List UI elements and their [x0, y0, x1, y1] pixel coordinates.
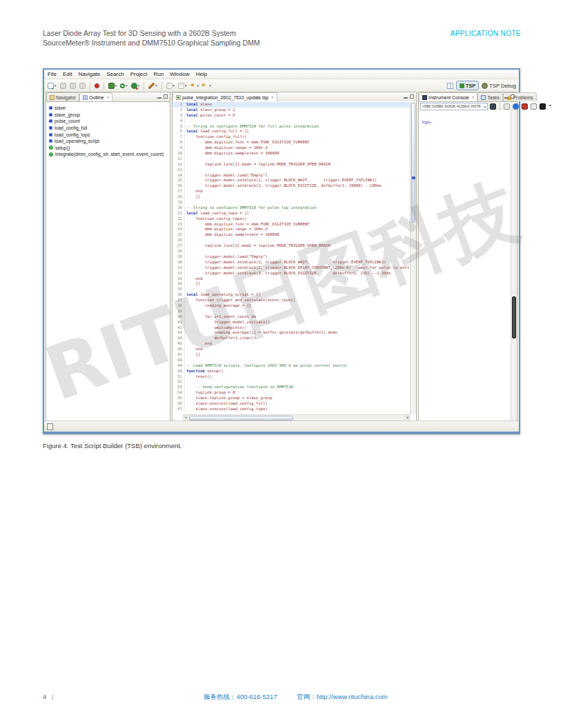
line-number: 31: [172, 265, 185, 271]
outline-item[interactable]: load_config_tops: [49, 131, 168, 138]
menu-run[interactable]: Run: [154, 71, 164, 77]
instrument-address-select[interactable]: USB0::0x05E6::0x2636::4129910::INSTR ▾: [420, 103, 488, 110]
footer-website-link[interactable]: 官网：http://www.rituchina.com: [297, 693, 387, 700]
connect-button[interactable]: ▾: [148, 82, 158, 90]
chevron-down-icon[interactable]: ▾: [155, 83, 157, 89]
scrollbar-thumb[interactable]: [189, 416, 293, 421]
save-all-button[interactable]: [69, 82, 77, 90]
menu-project[interactable]: Project: [130, 71, 148, 77]
profile-button[interactable]: ▾: [130, 82, 141, 90]
code-line: 53 -- Send configuration functions to DM…: [172, 385, 411, 390]
editor-horizontal-scrollbar[interactable]: ◂ ▸: [183, 414, 411, 421]
tab-instrument-console[interactable]: Instrument Console ×: [419, 92, 477, 101]
code-line: 45 end: [172, 341, 411, 347]
forward-button[interactable]: ▾: [201, 82, 212, 90]
chevron-down-icon[interactable]: ▾: [115, 83, 117, 89]
tsp-perspective-button[interactable]: TSP: [456, 81, 480, 90]
outline-item[interactable]: slave_group: [49, 112, 168, 119]
abort-button[interactable]: [521, 103, 529, 110]
scroll-right-icon[interactable]: ▸: [405, 415, 411, 420]
scroll-left-icon[interactable]: ◂: [183, 415, 188, 420]
chevron-down-icon[interactable]: ▾: [126, 83, 128, 89]
new-button[interactable]: ▾: [47, 82, 57, 90]
minimize-icon[interactable]: [404, 97, 408, 99]
close-icon[interactable]: ×: [107, 95, 110, 99]
menu-edit[interactable]: Edit: [63, 71, 72, 77]
scrollbar-thumb[interactable]: [512, 296, 516, 338]
outline-tree[interactable]: slaveslave_grouppulse_countload_config_f…: [46, 102, 170, 158]
dark-console-icon: [540, 103, 546, 110]
dark-console-button[interactable]: [539, 103, 546, 110]
main-toolbar: ▾▾▾▾▾▾▾▾▾ TSP TSP Debug: [44, 79, 519, 93]
tsp-perspective-label: TSP: [466, 83, 476, 89]
menu-file[interactable]: File: [48, 71, 57, 77]
code-line: 27 tsplink.line[1].mode = tsplink.MODE_T…: [172, 243, 411, 249]
toolbar-separator: [500, 103, 500, 111]
code-text: -- String to configure DMM7510 for pulse…: [185, 205, 411, 211]
tab-navigator[interactable]: Navigator: [46, 92, 79, 101]
record-button[interactable]: [94, 83, 100, 89]
close-icon[interactable]: ×: [271, 95, 274, 99]
debug-button[interactable]: ▾: [108, 82, 118, 90]
chevron-down-icon[interactable]: ▾: [185, 83, 187, 89]
outline-item[interactable]: fsetup(): [49, 145, 168, 152]
maximize-icon[interactable]: [511, 94, 515, 99]
capture-button[interactable]: [530, 103, 537, 110]
editor-panel: pulse_integration_2602_7510_update.tsp ×…: [172, 92, 417, 421]
annotation-marker[interactable]: [412, 176, 415, 179]
status-pencil-icon: [47, 423, 53, 430]
globe-button[interactable]: [512, 103, 520, 110]
close-icon[interactable]: ×: [472, 95, 475, 99]
menu-help[interactable]: Help: [196, 71, 207, 77]
line-number: 19: [172, 200, 185, 205]
tab-tasks[interactable]: Tasks: [477, 92, 502, 101]
tab-outline[interactable]: Outline ×: [79, 92, 112, 101]
menu-search[interactable]: Search: [106, 71, 124, 77]
outline-item[interactable]: load_operating_script: [49, 138, 168, 145]
outline-item[interactable]: slave: [49, 105, 168, 112]
editor-tab-label: pulse_integration_2602_7510_update.tsp: [182, 95, 268, 100]
console-output[interactable]: TSP>: [419, 110, 517, 421]
code-line: 36local load_operating_script = [[: [172, 292, 411, 298]
maximize-icon[interactable]: [164, 94, 168, 99]
open-instrument-button[interactable]: [489, 103, 497, 110]
code-line: 46 end: [172, 347, 411, 352]
outline-item[interactable]: fintegrate(dmm_config_str, start_event, …: [49, 151, 168, 158]
code-area[interactable]: 1local slave2local slave_group = 13local…: [172, 102, 411, 414]
line-number: 44: [172, 336, 185, 341]
save-button[interactable]: [59, 82, 67, 90]
line-number: 18: [172, 194, 185, 200]
workbench-area: Navigator Outline × slaveslave_grouppuls…: [44, 92, 519, 421]
chevron-down-icon[interactable]: ▾: [138, 83, 140, 89]
editor-body[interactable]: 1local slave2local slave_group = 13local…: [172, 101, 416, 414]
menu-caret-button[interactable]: [548, 103, 555, 110]
outline-item[interactable]: pulse_count: [49, 118, 168, 125]
menu-window[interactable]: Window: [170, 71, 189, 77]
prev-annotation-button[interactable]: ▾: [177, 82, 188, 90]
minimize-icon[interactable]: [157, 97, 161, 99]
code-text: end: [185, 276, 411, 282]
tsp-debug-perspective-button[interactable]: TSP Debug: [482, 83, 516, 89]
minimize-icon[interactable]: [504, 97, 508, 99]
chevron-down-icon[interactable]: ▾: [173, 83, 175, 89]
line-number: 15: [172, 178, 185, 183]
code-line: 12 tsplink.line[1].mode = tsplink.MODE_T…: [172, 162, 411, 168]
next-annotation-button[interactable]: ▾: [166, 82, 176, 90]
tab-editor-file[interactable]: pulse_integration_2602_7510_update.tsp ×: [172, 92, 277, 101]
maximize-icon[interactable]: [410, 94, 414, 99]
chevron-down-icon[interactable]: ▾: [55, 83, 57, 89]
console-vertical-scrollbar[interactable]: [511, 110, 517, 421]
page-number: 4: [43, 693, 46, 700]
menu-navigate[interactable]: Navigate: [79, 71, 101, 77]
chevron-down-icon[interactable]: ▾: [197, 83, 199, 89]
print-button[interactable]: [79, 82, 86, 90]
send-script-button[interactable]: [503, 103, 511, 110]
chevron-down-icon[interactable]: ▾: [209, 83, 211, 89]
open-perspective-icon[interactable]: [447, 83, 453, 89]
code-text: function setup(): [185, 369, 411, 374]
scrollbar-thumb[interactable]: [411, 103, 415, 223]
run-button[interactable]: ▾: [119, 82, 128, 90]
back-button[interactable]: ▾: [190, 82, 200, 90]
editor-vertical-scrollbar[interactable]: [410, 102, 416, 414]
outline-item[interactable]: load_config_full: [49, 125, 168, 132]
